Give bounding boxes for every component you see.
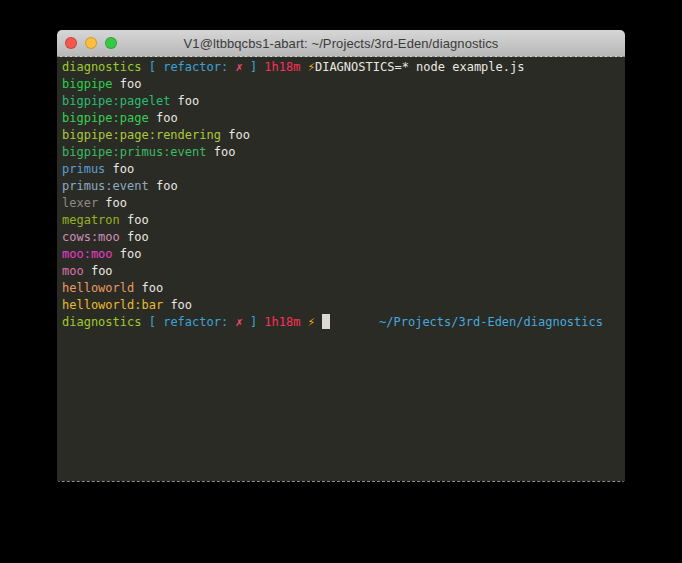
- terminal-output[interactable]: diagnostics [ refactor: ✗ ] 1h18m ⚡DIAGN…: [57, 57, 625, 481]
- terminal-window: V1@ltbbqcbs1-abart: ~/Projects/3rd-Eden/…: [57, 30, 625, 482]
- terminal-text-segment: ⚡: [308, 315, 315, 329]
- terminal-line-left: megatron foo: [62, 212, 149, 229]
- terminal-line: diagnostics [ refactor: ✗ ] 1h18m ⚡DIAGN…: [62, 59, 625, 76]
- terminal-text-segment: [141, 60, 148, 74]
- terminal-text-segment: foo: [120, 213, 149, 227]
- terminal-line-left: moo:moo foo: [62, 246, 141, 263]
- terminal-text-segment: foo: [98, 196, 127, 210]
- terminal-line-left: diagnostics [ refactor: ✗ ] 1h18m ⚡: [62, 314, 330, 331]
- close-button[interactable]: [65, 37, 77, 49]
- terminal-text-segment: DIAGNOSTICS=* node example.js: [315, 60, 525, 74]
- terminal-text-segment: megatron: [62, 213, 120, 227]
- terminal-line: bigpipe:page:rendering foo: [62, 127, 625, 144]
- terminal-line: bigpipe:primus:event foo: [62, 144, 625, 161]
- terminal-line-left: diagnostics [ refactor: ✗ ] 1h18m ⚡DIAGN…: [62, 59, 524, 76]
- terminal-text-segment: foo: [113, 247, 142, 261]
- terminal-text-segment: foo: [170, 94, 199, 108]
- terminal-text-segment: bigpipe:pagelet: [62, 94, 170, 108]
- terminal-line-left: lexer foo: [62, 195, 127, 212]
- terminal-text-segment: foo: [120, 230, 149, 244]
- terminal-text-segment: foo: [149, 179, 178, 193]
- terminal-text-segment: primus:event: [62, 179, 149, 193]
- terminal-line: moo:moo foo: [62, 246, 625, 263]
- terminal-text-segment: diagnostics: [62, 315, 141, 329]
- terminal-text-segment: foo: [207, 145, 236, 159]
- terminal-text-segment: [141, 315, 148, 329]
- terminal-text-segment: diagnostics: [62, 60, 141, 74]
- terminal-line: cows:moo foo: [62, 229, 625, 246]
- terminal-line: bigpipe:page foo: [62, 110, 625, 127]
- terminal-line: helloworld foo: [62, 280, 625, 297]
- minimize-button[interactable]: [85, 37, 97, 49]
- terminal-text-segment: helloworld: [62, 281, 134, 295]
- terminal-text-segment: foo: [163, 298, 192, 312]
- terminal-text-segment: foo: [113, 77, 142, 91]
- terminal-line-left: bigpipe:page:rendering foo: [62, 127, 250, 144]
- terminal-line: lexer foo: [62, 195, 625, 212]
- terminal-text-segment: ]: [243, 315, 265, 329]
- zoom-button[interactable]: [105, 37, 117, 49]
- terminal-text-segment: bigpipe:page: [62, 111, 149, 125]
- terminal-line: bigpipe foo: [62, 76, 625, 93]
- terminal-line-left: helloworld foo: [62, 280, 163, 297]
- terminal-line-spacer: [330, 314, 379, 331]
- terminal-cursor: [322, 314, 330, 329]
- terminal-text-segment: [300, 60, 307, 74]
- terminal-line-left: moo foo: [62, 263, 113, 280]
- terminal-line-left: cows:moo foo: [62, 229, 149, 246]
- terminal-line: moo foo: [62, 263, 625, 280]
- terminal-text-segment: foo: [105, 162, 134, 176]
- terminal-line-left: bigpipe:pagelet foo: [62, 93, 199, 110]
- terminal-line: helloworld:bar foo: [62, 297, 625, 314]
- terminal-line: diagnostics [ refactor: ✗ ] 1h18m ⚡ ~/Pr…: [62, 314, 625, 331]
- terminal-text-segment: [300, 315, 307, 329]
- terminal-text-segment: foo: [221, 128, 250, 142]
- terminal-text-segment: ~/Projects/3rd-Eden/diagnostics: [379, 315, 603, 329]
- terminal-line-left: helloworld:bar foo: [62, 297, 192, 314]
- terminal-text-segment: foo: [84, 264, 113, 278]
- terminal-text-segment: moo:moo: [62, 247, 113, 261]
- window-title: V1@ltbbqcbs1-abart: ~/Projects/3rd-Eden/…: [184, 36, 499, 51]
- terminal-text-segment: moo: [62, 264, 84, 278]
- window-controls: [65, 37, 117, 49]
- terminal-text-segment: primus: [62, 162, 105, 176]
- terminal-line-left: primus foo: [62, 161, 134, 178]
- terminal-line: megatron foo: [62, 212, 625, 229]
- terminal-line-left: primus:event foo: [62, 178, 178, 195]
- terminal-text-segment: bigpipe:primus:event: [62, 145, 207, 159]
- terminal-text-segment: ✗: [235, 60, 242, 74]
- terminal-text-segment: foo: [149, 111, 178, 125]
- terminal-text-segment: [ refactor:: [149, 60, 236, 74]
- terminal-line-left: bigpipe foo: [62, 76, 141, 93]
- terminal-line-left: bigpipe:page foo: [62, 110, 178, 127]
- terminal-text-segment: bigpipe: [62, 77, 113, 91]
- terminal-text-segment: ⚡: [308, 60, 315, 74]
- terminal-text-segment: bigpipe:page:rendering: [62, 128, 221, 142]
- terminal-line: bigpipe:pagelet foo: [62, 93, 625, 110]
- terminal-text-segment: [ refactor:: [149, 315, 236, 329]
- terminal-line: primus foo: [62, 161, 625, 178]
- window-titlebar[interactable]: V1@ltbbqcbs1-abart: ~/Projects/3rd-Eden/…: [57, 30, 625, 57]
- terminal-text-segment: lexer: [62, 196, 98, 210]
- terminal-text-segment: 1h18m: [264, 60, 300, 74]
- terminal-line-left: bigpipe:primus:event foo: [62, 144, 235, 161]
- terminal-text-segment: ✗: [235, 315, 242, 329]
- terminal-text-segment: foo: [134, 281, 163, 295]
- terminal-text-segment: 1h18m: [264, 315, 300, 329]
- terminal-line: primus:event foo: [62, 178, 625, 195]
- terminal-text-segment: ]: [243, 60, 265, 74]
- terminal-text-segment: [315, 315, 322, 329]
- terminal-line-right-prompt: ~/Projects/3rd-Eden/diagnostics: [379, 314, 625, 331]
- terminal-text-segment: cows:moo: [62, 230, 120, 244]
- terminal-text-segment: helloworld:bar: [62, 298, 163, 312]
